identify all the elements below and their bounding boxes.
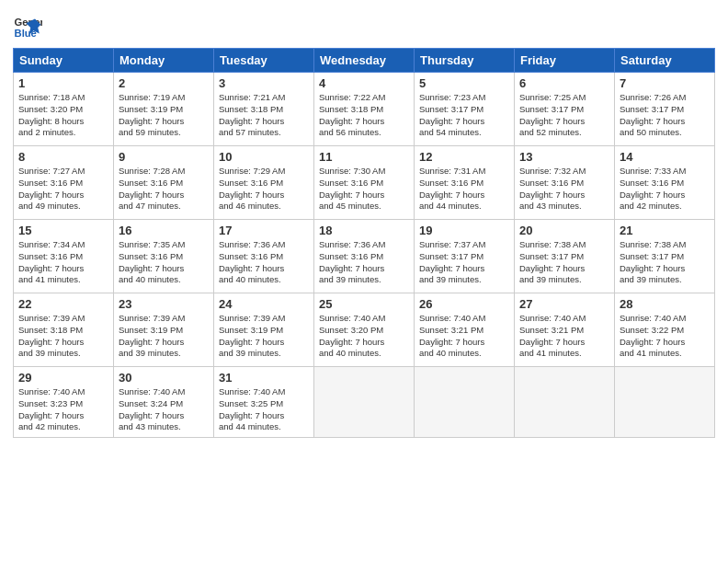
- day-number: 26: [419, 297, 509, 311]
- calendar-cell: 20Sunrise: 7:38 AM Sunset: 3:17 PM Dayli…: [515, 220, 615, 293]
- day-info: Sunrise: 7:19 AM Sunset: 3:19 PM Dayligh…: [119, 92, 209, 139]
- day-number: 3: [219, 76, 309, 90]
- day-info: Sunrise: 7:40 AM Sunset: 3:21 PM Dayligh…: [519, 313, 609, 360]
- day-info: Sunrise: 7:39 AM Sunset: 3:19 PM Dayligh…: [219, 313, 309, 360]
- day-info: Sunrise: 7:40 AM Sunset: 3:24 PM Dayligh…: [119, 386, 209, 433]
- calendar-cell: 21Sunrise: 7:38 AM Sunset: 3:17 PM Dayli…: [615, 220, 715, 293]
- day-info: Sunrise: 7:35 AM Sunset: 3:16 PM Dayligh…: [119, 239, 209, 286]
- calendar-cell: 10Sunrise: 7:29 AM Sunset: 3:16 PM Dayli…: [214, 146, 314, 220]
- day-number: 24: [219, 297, 309, 311]
- day-info: Sunrise: 7:27 AM Sunset: 3:16 PM Dayligh…: [18, 166, 108, 213]
- day-info: Sunrise: 7:23 AM Sunset: 3:17 PM Dayligh…: [419, 92, 509, 139]
- calendar-cell: 4Sunrise: 7:22 AM Sunset: 3:18 PM Daylig…: [314, 73, 415, 146]
- calendar-cell: 25Sunrise: 7:40 AM Sunset: 3:20 PM Dayli…: [314, 293, 415, 367]
- calendar-cell: 22Sunrise: 7:39 AM Sunset: 3:18 PM Dayli…: [14, 293, 114, 367]
- day-number: 15: [18, 224, 108, 237]
- logo: General Blue: [13, 13, 46, 42]
- calendar-cell: 11Sunrise: 7:30 AM Sunset: 3:16 PM Dayli…: [314, 146, 415, 220]
- calendar-cell: 15Sunrise: 7:34 AM Sunset: 3:16 PM Dayli…: [14, 220, 114, 293]
- calendar-cell: [415, 367, 515, 438]
- calendar-cell: 5Sunrise: 7:23 AM Sunset: 3:17 PM Daylig…: [415, 73, 515, 146]
- day-number: 31: [219, 371, 309, 385]
- day-info: Sunrise: 7:34 AM Sunset: 3:16 PM Dayligh…: [18, 239, 108, 286]
- calendar-cell: [515, 367, 615, 438]
- calendar-cell: 13Sunrise: 7:32 AM Sunset: 3:16 PM Dayli…: [515, 146, 615, 220]
- weekday-header-monday: Monday: [114, 49, 214, 73]
- day-number: 12: [419, 150, 509, 164]
- calendar-cell: 2Sunrise: 7:19 AM Sunset: 3:19 PM Daylig…: [114, 73, 214, 146]
- day-info: Sunrise: 7:36 AM Sunset: 3:16 PM Dayligh…: [219, 239, 309, 286]
- day-number: 1: [18, 76, 108, 90]
- day-info: Sunrise: 7:26 AM Sunset: 3:17 PM Dayligh…: [620, 92, 710, 139]
- calendar-cell: 31Sunrise: 7:40 AM Sunset: 3:25 PM Dayli…: [214, 367, 314, 438]
- calendar-cell: 6Sunrise: 7:25 AM Sunset: 3:17 PM Daylig…: [515, 73, 615, 146]
- day-info: Sunrise: 7:39 AM Sunset: 3:19 PM Dayligh…: [119, 313, 209, 360]
- page-container: General Blue SundayMondayTuesdayWednesda…: [0, 0, 728, 443]
- day-info: Sunrise: 7:22 AM Sunset: 3:18 PM Dayligh…: [319, 92, 409, 139]
- weekday-header-wednesday: Wednesday: [314, 49, 415, 73]
- day-number: 18: [319, 224, 409, 237]
- day-number: 9: [119, 150, 209, 164]
- day-info: Sunrise: 7:33 AM Sunset: 3:16 PM Dayligh…: [620, 166, 710, 213]
- day-info: Sunrise: 7:40 AM Sunset: 3:25 PM Dayligh…: [219, 386, 309, 433]
- calendar-cell: 7Sunrise: 7:26 AM Sunset: 3:17 PM Daylig…: [615, 73, 715, 146]
- day-number: 30: [119, 371, 209, 385]
- day-info: Sunrise: 7:38 AM Sunset: 3:17 PM Dayligh…: [519, 239, 609, 286]
- day-number: 20: [519, 224, 609, 237]
- day-info: Sunrise: 7:39 AM Sunset: 3:18 PM Dayligh…: [18, 313, 108, 360]
- day-number: 29: [18, 371, 108, 385]
- day-number: 21: [620, 224, 710, 237]
- day-number: 4: [319, 76, 409, 90]
- day-info: Sunrise: 7:28 AM Sunset: 3:16 PM Dayligh…: [119, 166, 209, 213]
- weekday-header-saturday: Saturday: [615, 49, 715, 73]
- calendar-cell: 18Sunrise: 7:36 AM Sunset: 3:16 PM Dayli…: [314, 220, 415, 293]
- day-number: 17: [219, 224, 309, 237]
- day-info: Sunrise: 7:40 AM Sunset: 3:22 PM Dayligh…: [620, 313, 710, 360]
- calendar-cell: 29Sunrise: 7:40 AM Sunset: 3:23 PM Dayli…: [14, 367, 114, 438]
- logo-icon: General Blue: [13, 13, 42, 42]
- day-number: 13: [519, 150, 609, 164]
- day-number: 16: [119, 224, 209, 237]
- day-number: 14: [620, 150, 710, 164]
- day-number: 5: [419, 76, 509, 90]
- calendar-cell: 8Sunrise: 7:27 AM Sunset: 3:16 PM Daylig…: [14, 146, 114, 220]
- calendar-cell: 1Sunrise: 7:18 AM Sunset: 3:20 PM Daylig…: [14, 73, 114, 146]
- day-info: Sunrise: 7:18 AM Sunset: 3:20 PM Dayligh…: [18, 92, 108, 139]
- calendar-cell: 23Sunrise: 7:39 AM Sunset: 3:19 PM Dayli…: [114, 293, 214, 367]
- day-info: Sunrise: 7:30 AM Sunset: 3:16 PM Dayligh…: [319, 166, 409, 213]
- calendar-cell: 9Sunrise: 7:28 AM Sunset: 3:16 PM Daylig…: [114, 146, 214, 220]
- day-info: Sunrise: 7:38 AM Sunset: 3:17 PM Dayligh…: [620, 239, 710, 286]
- day-info: Sunrise: 7:37 AM Sunset: 3:17 PM Dayligh…: [419, 239, 509, 286]
- header: General Blue: [13, 9, 715, 42]
- day-info: Sunrise: 7:32 AM Sunset: 3:16 PM Dayligh…: [519, 166, 609, 213]
- calendar-cell: 27Sunrise: 7:40 AM Sunset: 3:21 PM Dayli…: [515, 293, 615, 367]
- calendar-cell: 24Sunrise: 7:39 AM Sunset: 3:19 PM Dayli…: [214, 293, 314, 367]
- day-number: 8: [18, 150, 108, 164]
- day-number: 11: [319, 150, 409, 164]
- calendar-cell: 3Sunrise: 7:21 AM Sunset: 3:18 PM Daylig…: [214, 73, 314, 146]
- day-info: Sunrise: 7:29 AM Sunset: 3:16 PM Dayligh…: [219, 166, 309, 213]
- day-info: Sunrise: 7:40 AM Sunset: 3:23 PM Dayligh…: [18, 386, 108, 433]
- day-number: 23: [119, 297, 209, 311]
- day-number: 27: [519, 297, 609, 311]
- day-number: 2: [119, 76, 209, 90]
- day-info: Sunrise: 7:40 AM Sunset: 3:21 PM Dayligh…: [419, 313, 509, 360]
- calendar-cell: 16Sunrise: 7:35 AM Sunset: 3:16 PM Dayli…: [114, 220, 214, 293]
- weekday-header-thursday: Thursday: [415, 49, 515, 73]
- calendar-cell: 12Sunrise: 7:31 AM Sunset: 3:16 PM Dayli…: [415, 146, 515, 220]
- calendar-cell: 26Sunrise: 7:40 AM Sunset: 3:21 PM Dayli…: [415, 293, 515, 367]
- day-info: Sunrise: 7:40 AM Sunset: 3:20 PM Dayligh…: [319, 313, 409, 360]
- calendar-cell: 14Sunrise: 7:33 AM Sunset: 3:16 PM Dayli…: [615, 146, 715, 220]
- weekday-header-friday: Friday: [515, 49, 615, 73]
- day-number: 25: [319, 297, 409, 311]
- calendar-cell: 17Sunrise: 7:36 AM Sunset: 3:16 PM Dayli…: [214, 220, 314, 293]
- day-info: Sunrise: 7:25 AM Sunset: 3:17 PM Dayligh…: [519, 92, 609, 139]
- day-info: Sunrise: 7:36 AM Sunset: 3:16 PM Dayligh…: [319, 239, 409, 286]
- day-number: 6: [519, 76, 609, 90]
- day-number: 22: [18, 297, 108, 311]
- weekday-header-sunday: Sunday: [14, 49, 114, 73]
- calendar-cell: [615, 367, 715, 438]
- calendar-cell: [314, 367, 415, 438]
- calendar-cell: 19Sunrise: 7:37 AM Sunset: 3:17 PM Dayli…: [415, 220, 515, 293]
- calendar-table: SundayMondayTuesdayWednesdayThursdayFrid…: [13, 48, 715, 438]
